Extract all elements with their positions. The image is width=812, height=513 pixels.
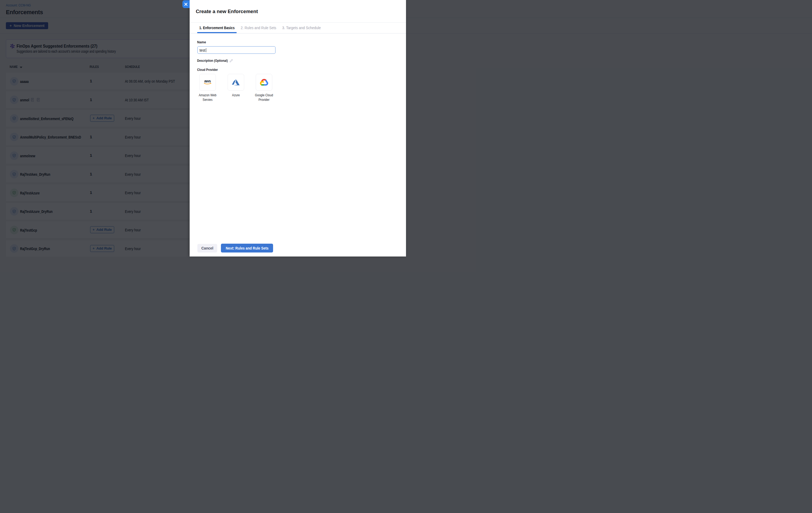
svg-text:aws: aws <box>204 80 211 83</box>
